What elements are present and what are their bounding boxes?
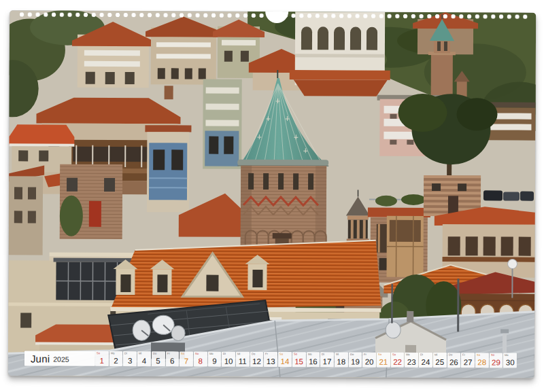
calendar-strip: Juni 2025 So 1 Mo 2 Di 3 Mi 4 Do 5 Fr 6 …	[8, 351, 534, 368]
day-number: 21	[377, 358, 390, 366]
weekday-label: Do	[350, 353, 354, 356]
weekday-label: So	[491, 353, 494, 356]
day-number: 3	[123, 357, 137, 365]
year-label: 2025	[53, 355, 69, 363]
day-cell: Di 3	[123, 351, 137, 366]
weekday-label: Mo	[406, 353, 410, 356]
weekday-label: So	[392, 353, 396, 356]
day-cell: Mo 16	[306, 352, 320, 367]
weekday-label: Di	[223, 353, 226, 355]
day-number: 22	[391, 358, 405, 366]
day-cell: Do 19	[349, 352, 362, 367]
weekday-label: Sa	[477, 353, 480, 356]
day-number: 19	[349, 357, 362, 366]
day-number: 30	[503, 358, 517, 366]
day-number: 14	[278, 357, 292, 366]
day-cell: So 8	[194, 352, 207, 367]
weekday-label: Di	[322, 353, 324, 355]
day-cell: Mo 23	[405, 353, 418, 368]
day-number: 6	[165, 357, 179, 365]
day-cell: Fr 20	[362, 353, 376, 368]
day-cell: Do 12	[250, 352, 264, 367]
day-cell: Mo 9	[208, 352, 222, 367]
weekday-label: Di	[124, 352, 127, 355]
day-number: 2	[109, 357, 123, 365]
day-cell: Mi 11	[236, 352, 250, 367]
day-number: 17	[320, 357, 334, 366]
day-cell: Sa 14	[278, 352, 292, 367]
weekday-label: Fr	[364, 353, 367, 356]
day-cell: Do 26	[447, 353, 460, 368]
day-number: 4	[137, 357, 151, 365]
day-number: 11	[236, 357, 250, 366]
calendar-page: Juni 2025 So 1 Mo 2 Di 3 Mi 4 Do 5 Fr 6 …	[8, 10, 536, 378]
weekday-label: Fr	[265, 353, 268, 355]
day-number: 26	[447, 358, 460, 366]
day-number: 16	[306, 357, 320, 366]
day-cell: Do 5	[152, 351, 165, 366]
weekday-label: Sa	[181, 352, 184, 355]
day-cell: Mi 4	[137, 351, 151, 366]
brick-house-red-door	[60, 164, 122, 239]
day-cell: So 15	[292, 352, 306, 367]
day-cell: So 29	[490, 353, 503, 368]
day-number: 25	[433, 358, 447, 366]
day-number: 27	[461, 358, 475, 366]
timber-frame-house	[386, 216, 423, 277]
weekday-label: Di	[420, 353, 423, 356]
day-cell: Fr 27	[461, 353, 475, 368]
day-number: 10	[222, 357, 235, 366]
day-number: 1	[95, 357, 109, 365]
month-box: Juni 2025	[24, 351, 95, 366]
blue-balcony-house	[145, 125, 192, 212]
day-cell: Fr 13	[264, 352, 277, 367]
weekday-label: Fr	[462, 353, 465, 356]
day-number: 9	[208, 357, 222, 366]
stacked-balcony-house	[203, 79, 242, 169]
weekday-label: Sa	[279, 353, 283, 355]
day-number: 18	[335, 357, 348, 366]
day-cell: So 22	[391, 353, 405, 368]
day-cell: Fr 6	[165, 351, 179, 366]
day-cell: Sa 7	[180, 351, 193, 366]
day-number: 28	[475, 358, 489, 366]
weekday-label: Mo	[505, 353, 509, 356]
weekday-label: Do	[153, 352, 156, 355]
day-number: 13	[264, 357, 277, 366]
weekday-label: Mi	[237, 353, 240, 355]
weekday-label: Mo	[209, 353, 214, 355]
weekday-label: Mi	[139, 352, 141, 355]
weekday-label: So	[195, 353, 199, 355]
day-number: 8	[194, 357, 207, 365]
day-number: 29	[490, 358, 503, 366]
day-cell: Mi 18	[335, 352, 348, 367]
weekday-label: So	[97, 352, 100, 355]
day-cell: Di 17	[320, 352, 334, 367]
day-row: So 1 Mo 2 Di 3 Mi 4 Do 5 Fr 6 Sa 7 So 8 …	[95, 351, 517, 368]
weekday-label: Mi	[336, 353, 339, 355]
weekday-label: So	[294, 353, 297, 355]
weekday-label: Sa	[378, 353, 381, 356]
day-cell: Mo 30	[503, 353, 517, 368]
day-cell: Mo 2	[109, 351, 123, 366]
day-number: 5	[152, 357, 165, 365]
weekday-label: Mi	[435, 353, 437, 356]
day-number: 23	[405, 358, 418, 366]
day-number: 15	[292, 357, 306, 366]
day-cell: So 1	[95, 351, 109, 366]
weekday-label: Fr	[167, 352, 169, 355]
month-label: Juni	[31, 353, 50, 363]
day-number: 7	[180, 357, 193, 365]
weekday-label: Do	[449, 353, 452, 356]
day-cell: Di 10	[222, 352, 235, 367]
day-cell: Sa 28	[475, 353, 489, 368]
day-cell: Di 24	[419, 353, 432, 368]
day-number: 24	[419, 358, 432, 366]
day-number: 20	[362, 358, 376, 366]
day-cell: Sa 21	[377, 353, 390, 368]
day-cell: Mi 25	[433, 353, 447, 368]
parked-cars	[483, 190, 534, 200]
weekday-label: Mo	[308, 353, 312, 355]
weekday-label: Do	[252, 353, 255, 355]
day-number: 12	[250, 357, 264, 366]
